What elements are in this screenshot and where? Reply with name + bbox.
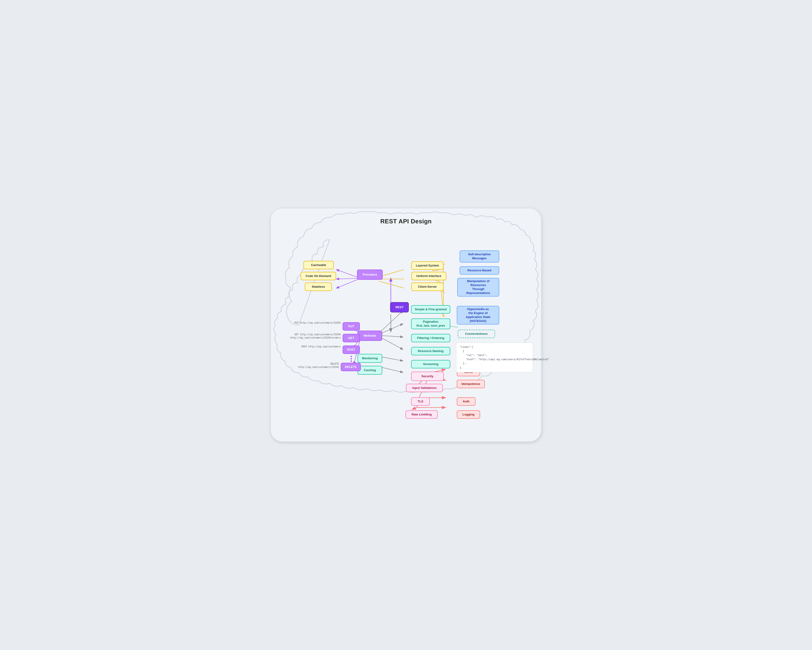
pagination-node: Pagination first, last, next, prev	[411, 318, 450, 329]
versioning-node: Versioning	[411, 360, 450, 369]
uniform-interface-node: Uniform Interface	[411, 272, 446, 280]
simple-finegrained-node: Simple & Fine-grained	[411, 305, 450, 314]
svg-line-25	[412, 408, 417, 409]
svg-line-17	[379, 367, 403, 372]
svg-line-4	[337, 278, 360, 288]
stateless-node: Stateless	[305, 283, 332, 291]
put-node: PUT	[343, 322, 360, 330]
filtering-node: Filtering / Ordering	[411, 334, 450, 342]
logging-node: Logging	[457, 410, 480, 419]
post-label: POST http://eg.com/customers	[294, 345, 341, 348]
connectedness-node: Connectedness	[458, 330, 495, 338]
layered-system-node: Layered System	[411, 262, 444, 270]
manipulation-node: Manipulation of Resources Through Repres…	[457, 278, 499, 297]
security-node: Security	[411, 372, 444, 381]
svg-line-14	[379, 335, 403, 337]
dots	[351, 356, 352, 362]
svg-line-13	[379, 324, 403, 334]
put-label: PUT http://eg.com/customers/33245	[287, 321, 341, 324]
diagram-area: REST API Design	[280, 218, 532, 432]
code-block: "links":[ { "rel": "next", "href": "http…	[456, 343, 533, 372]
delete-node: DELETE	[341, 363, 361, 371]
post-node: POST	[343, 346, 360, 354]
monitoring-node: Monitoring	[357, 354, 382, 363]
methods-node: Methods	[357, 330, 382, 341]
resource-naming-node: Resource Naming	[411, 347, 450, 355]
delete-label: DELETE http://eg.com/customers/33245	[289, 362, 339, 369]
cacheable-node: Cacheable	[304, 261, 334, 269]
rate-limiting-node: Rate Limtiting	[406, 410, 438, 419]
svg-line-12	[379, 311, 403, 333]
rest-node: REST	[390, 302, 409, 312]
idempotence-node: Idempotence	[457, 380, 485, 388]
self-descriptive-node: Self-descriptive Messages	[459, 251, 499, 263]
resource-based-node: Resource-Based	[459, 266, 499, 275]
get-node: GET	[343, 334, 360, 342]
svg-line-7	[379, 281, 404, 288]
cloud-container: REST API Design	[271, 208, 541, 442]
caching-node: Caching	[357, 366, 382, 375]
input-validations-node: Input Validations	[406, 384, 443, 392]
get-label: GET http://eg.com/customers/33245 http:/…	[284, 333, 341, 340]
svg-line-16	[379, 356, 403, 361]
auth-node: Auth	[457, 397, 475, 406]
principles-node: Principles	[357, 269, 383, 280]
page-title: REST API Design	[280, 218, 532, 225]
code-on-demand-node: Code On-Demand	[301, 272, 336, 280]
tls-node: TLS	[411, 397, 430, 406]
hateoas-node: Hypermedia as the Engine of Application …	[457, 306, 499, 324]
client-server-node: Client-Server	[411, 283, 444, 291]
svg-line-3	[337, 278, 360, 279]
svg-line-15	[379, 336, 403, 349]
